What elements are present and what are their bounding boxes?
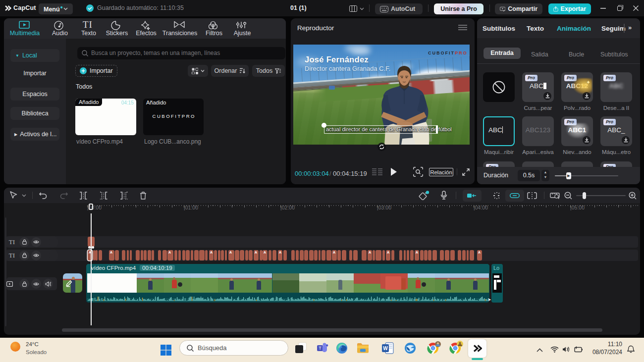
svg-text:T: T	[319, 346, 322, 351]
svg-text:W: W	[383, 346, 388, 351]
